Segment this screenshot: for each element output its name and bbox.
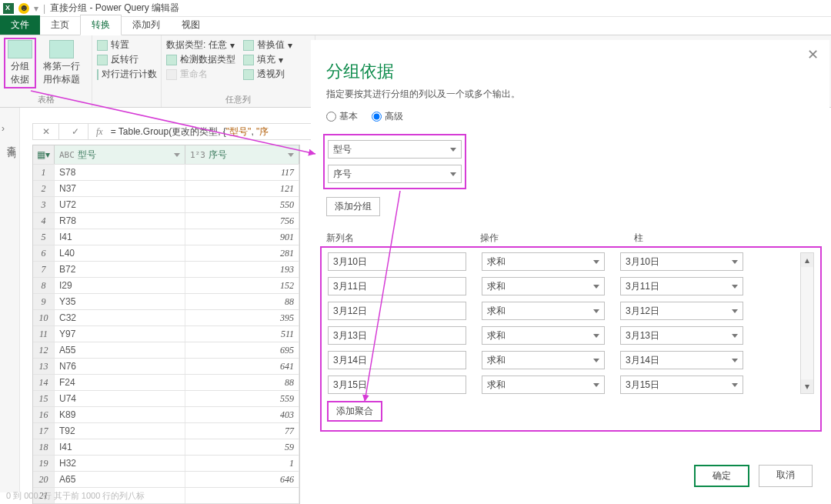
- formula-confirm[interactable]: ✓: [62, 124, 88, 139]
- cell[interactable]: N76: [55, 359, 185, 374]
- cell[interactable]: A65: [55, 472, 185, 487]
- cell[interactable]: 646: [185, 472, 299, 487]
- table-row[interactable]: 8I29152: [33, 277, 299, 293]
- cell[interactable]: Y97: [55, 326, 185, 342]
- operation-dropdown[interactable]: 求和: [482, 252, 605, 271]
- data-type-button[interactable]: 数据类型: 任意 ▾: [166, 38, 235, 52]
- radio-basic[interactable]: 基本: [326, 110, 358, 123]
- scroll-down-icon[interactable]: ▾: [801, 379, 813, 393]
- close-button[interactable]: ✕: [807, 46, 819, 63]
- cell[interactable]: 395: [185, 310, 299, 325]
- table-row[interactable]: 13N76641: [33, 358, 299, 374]
- operation-dropdown[interactable]: 求和: [482, 351, 605, 369]
- cell[interactable]: R78: [55, 213, 185, 229]
- cell[interactable]: F24: [55, 375, 185, 390]
- group-column-1-dropdown[interactable]: 型号: [328, 140, 462, 159]
- table-row[interactable]: 17T9277: [33, 422, 299, 439]
- ok-button[interactable]: 确定: [694, 465, 749, 487]
- column-dropdown[interactable]: 3月10日: [620, 252, 743, 271]
- scroll-up-icon[interactable]: ▴: [801, 253, 813, 267]
- tab-add-column[interactable]: 添加列: [122, 15, 171, 35]
- new-column-name-input[interactable]: 3月12日: [328, 302, 466, 320]
- new-column-name-input[interactable]: 3月14日: [328, 351, 466, 369]
- reverse-rows-button[interactable]: 反转行: [97, 53, 156, 66]
- cell[interactable]: 117: [185, 165, 299, 180]
- cell[interactable]: 77: [185, 423, 299, 439]
- new-column-name-input[interactable]: 3月10日: [328, 252, 466, 271]
- transpose-button[interactable]: 转置: [97, 38, 156, 52]
- new-column-name-input[interactable]: 3月13日: [328, 326, 466, 345]
- column-header-1[interactable]: ABC型号: [55, 145, 185, 164]
- radio-advanced[interactable]: 高级: [372, 110, 403, 123]
- cell[interactable]: 403: [185, 407, 299, 422]
- new-column-name-input[interactable]: 3月15日: [328, 375, 466, 394]
- column-dropdown[interactable]: 3月15日: [620, 375, 743, 394]
- table-row[interactable]: 3U72550: [33, 196, 299, 212]
- cell[interactable]: 756: [185, 213, 299, 229]
- add-aggregation-button[interactable]: 添加聚合: [328, 402, 382, 421]
- table-row[interactable]: 16K89403: [33, 406, 299, 422]
- formula-cancel[interactable]: ✕: [33, 124, 59, 139]
- cell[interactable]: 152: [185, 278, 299, 293]
- cell[interactable]: 641: [185, 359, 299, 374]
- column-dropdown[interactable]: 3月11日: [620, 277, 743, 295]
- operation-dropdown[interactable]: 求和: [482, 375, 605, 394]
- cell[interactable]: H32: [55, 456, 185, 471]
- table-row[interactable]: 20A65646: [33, 471, 299, 487]
- count-rows-button[interactable]: 对行进行计数: [97, 68, 156, 81]
- aggregations-scrollbar[interactable]: ▴ ▾: [800, 252, 814, 394]
- cell[interactable]: I41: [55, 439, 185, 455]
- tab-home[interactable]: 主页: [40, 15, 80, 35]
- cell[interactable]: 281: [185, 245, 299, 261]
- group-column-2-dropdown[interactable]: 序号: [328, 165, 462, 183]
- cell[interactable]: 695: [185, 342, 299, 358]
- cell[interactable]: 59: [185, 439, 299, 455]
- cell[interactable]: 901: [185, 229, 299, 245]
- group-by-button[interactable]: 分组 依据: [5, 38, 35, 88]
- cell[interactable]: L40: [55, 245, 185, 261]
- table-row[interactable]: 15U74559: [33, 390, 299, 406]
- new-column-name-input[interactable]: 3月11日: [328, 277, 466, 295]
- tab-transform[interactable]: 转换: [80, 15, 122, 35]
- table-row[interactable]: 14F2488: [33, 374, 299, 390]
- table-row[interactable]: 2N37121: [33, 180, 299, 196]
- column-dropdown[interactable]: 3月12日: [620, 302, 743, 320]
- cell[interactable]: B72: [55, 262, 185, 277]
- cell[interactable]: 559: [185, 391, 299, 406]
- queries-pane-toggle[interactable]: › 查询: [0, 108, 20, 492]
- cell[interactable]: K89: [55, 407, 185, 422]
- table-row[interactable]: 7B72193: [33, 261, 299, 277]
- cell[interactable]: T92: [55, 423, 185, 439]
- cell[interactable]: C32: [55, 310, 185, 325]
- cell[interactable]: I29: [55, 278, 185, 293]
- table-row[interactable]: 12A55695: [33, 342, 299, 358]
- cell[interactable]: Y35: [55, 294, 185, 309]
- table-row[interactable]: 5I41901: [33, 229, 299, 245]
- operation-dropdown[interactable]: 求和: [482, 277, 605, 295]
- cell[interactable]: 88: [185, 375, 299, 390]
- detect-data-type-button[interactable]: 检测数据类型: [166, 53, 235, 66]
- table-row[interactable]: 18I4159: [33, 439, 299, 455]
- replace-values-button[interactable]: 替换值 ▾: [243, 38, 292, 52]
- cell[interactable]: 550: [185, 197, 299, 212]
- table-row[interactable]: 6L40281: [33, 245, 299, 261]
- table-row[interactable]: 11Y97511: [33, 325, 299, 342]
- cell[interactable]: 193: [185, 262, 299, 277]
- cell[interactable]: U72: [55, 197, 185, 212]
- grid-corner[interactable]: ▦▾: [33, 145, 55, 164]
- table-row[interactable]: 1S78117: [33, 164, 299, 180]
- cell[interactable]: S78: [55, 165, 185, 180]
- tab-file[interactable]: 文件: [0, 15, 40, 35]
- cell[interactable]: U74: [55, 391, 185, 406]
- table-row[interactable]: 4R78756: [33, 212, 299, 229]
- operation-dropdown[interactable]: 求和: [482, 326, 605, 345]
- column-header-2[interactable]: 1²3序号: [185, 145, 299, 164]
- pivot-column-button[interactable]: 透视列: [243, 68, 292, 81]
- table-row[interactable]: 9Y3588: [33, 293, 299, 309]
- cell[interactable]: N37: [55, 181, 185, 196]
- cell[interactable]: 88: [185, 294, 299, 309]
- cell[interactable]: 121: [185, 181, 299, 196]
- tab-view[interactable]: 视图: [171, 15, 211, 35]
- column-dropdown[interactable]: 3月14日: [620, 351, 743, 369]
- table-row[interactable]: 19H321: [33, 455, 299, 471]
